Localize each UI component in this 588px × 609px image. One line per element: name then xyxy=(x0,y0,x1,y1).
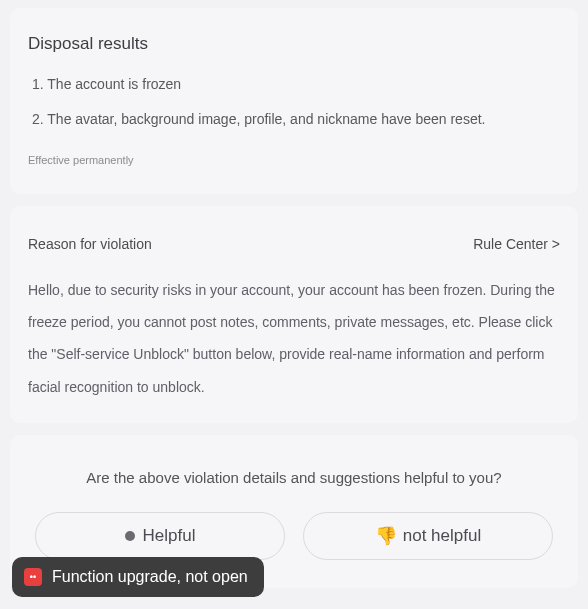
toast-notification: •• Function upgrade, not open xyxy=(12,557,264,597)
disposal-results-card: Disposal results 1. The account is froze… xyxy=(10,8,578,194)
thumbs-down-icon: 👎 xyxy=(375,527,397,545)
helpful-button-label: Helpful xyxy=(143,526,196,546)
rule-center-link[interactable]: Rule Center > xyxy=(473,236,560,252)
dot-icon xyxy=(125,531,135,541)
feedback-question: Are the above violation details and sugg… xyxy=(28,469,560,486)
disposal-results-list: 1. The account is frozen 2. The avatar, … xyxy=(28,74,560,130)
reason-for-violation-card: Reason for violation Rule Center > Hello… xyxy=(10,206,578,423)
disposal-results-title: Disposal results xyxy=(28,34,560,54)
not-helpful-button[interactable]: 👎 not helpful xyxy=(303,512,553,560)
helpful-button[interactable]: Helpful xyxy=(35,512,285,560)
effective-duration-note: Effective permanently xyxy=(28,154,560,166)
list-item: 2. The avatar, background image, profile… xyxy=(32,109,560,130)
toast-text: Function upgrade, not open xyxy=(52,568,248,586)
reason-title: Reason for violation xyxy=(28,236,152,252)
not-helpful-button-label: not helpful xyxy=(403,526,481,546)
reason-body-text: Hello, due to security risks in your acc… xyxy=(28,274,560,403)
list-item: 1. The account is frozen xyxy=(32,74,560,95)
app-icon: •• xyxy=(24,568,42,586)
